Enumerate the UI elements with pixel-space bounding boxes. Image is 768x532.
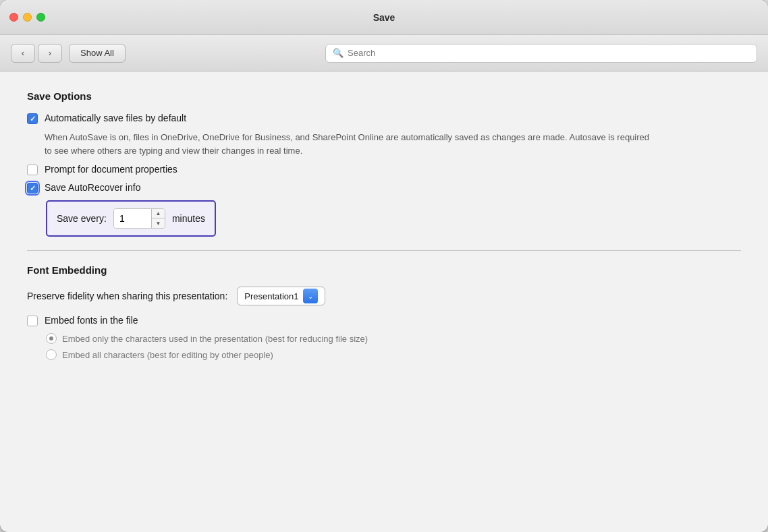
embed-fonts-row: Embed fonts in the file [27, 315, 741, 326]
decrement-button[interactable]: ▼ [152, 218, 165, 228]
autorecover-sub: Save every: ▲ ▼ minutes [46, 200, 741, 237]
autorecover-label: Save AutoRecover info [45, 182, 140, 193]
embed-fonts-label: Embed fonts in the file [45, 315, 138, 326]
section-divider [27, 250, 741, 251]
save-options-title: Save Options [27, 90, 741, 102]
presentation-dropdown[interactable]: Presentation1 ⌄ [237, 287, 325, 305]
stepper-buttons: ▲ ▼ [151, 209, 165, 228]
preserve-label: Preserve fidelity when sharing this pres… [27, 291, 227, 301]
autosave-checkbox[interactable] [27, 113, 38, 124]
save-every-input-wrap: ▲ ▼ [113, 208, 165, 229]
embed-all-label: Embed all characters (best for editing b… [62, 350, 273, 360]
embed-chars-label: Embed only the characters used in the pr… [62, 334, 368, 344]
dropdown-arrow-icon: ⌄ [303, 289, 318, 303]
show-all-button[interactable]: Show All [69, 44, 126, 63]
save-every-input[interactable] [114, 209, 151, 228]
back-button[interactable]: ‹ [11, 44, 35, 63]
traffic-lights [9, 13, 45, 22]
dropdown-value: Presentation1 [244, 291, 298, 301]
titlebar: Save [0, 0, 768, 35]
embed-chars-row: Embed only the characters used in the pr… [46, 333, 741, 344]
autosave-row: Automatically save files by default [27, 113, 741, 124]
embed-all-radio[interactable] [46, 349, 57, 360]
minutes-label: minutes [172, 213, 205, 224]
autorecover-row: Save AutoRecover info [27, 182, 741, 194]
font-embedding-title: Font Embedding [27, 264, 741, 276]
prompt-doc-checkbox[interactable] [27, 165, 38, 175]
autosave-description: When AutoSave is on, files in OneDrive, … [45, 131, 652, 157]
search-input[interactable] [348, 48, 750, 58]
save-every-label: Save every: [57, 213, 107, 224]
embed-chars-radio[interactable] [46, 333, 57, 344]
window-title: Save [373, 12, 395, 23]
maximize-button[interactable] [36, 13, 45, 22]
search-icon: 🔍 [333, 48, 344, 58]
prompt-doc-row: Prompt for document properties [27, 164, 741, 175]
toolbar: ‹ › Show All 🔍 [0, 35, 768, 71]
preserve-row: Preserve fidelity when sharing this pres… [27, 287, 741, 305]
increment-button[interactable]: ▲ [152, 209, 165, 218]
nav-buttons: ‹ › [11, 44, 62, 63]
autorecover-checkbox[interactable] [27, 183, 38, 194]
save-every-box: Save every: ▲ ▼ minutes [46, 200, 216, 237]
forward-button[interactable]: › [38, 44, 62, 63]
window: Save ‹ › Show All 🔍 Save Options Automat… [0, 0, 768, 532]
embed-all-row: Embed all characters (best for editing b… [46, 349, 741, 360]
embed-fonts-checkbox[interactable] [27, 316, 38, 326]
autosave-label: Automatically save files by default [45, 113, 186, 123]
close-button[interactable] [9, 13, 18, 22]
search-box: 🔍 [325, 44, 757, 63]
prompt-doc-label: Prompt for document properties [45, 164, 177, 175]
minimize-button[interactable] [23, 13, 32, 22]
content: Save Options Automatically save files by… [0, 71, 768, 532]
